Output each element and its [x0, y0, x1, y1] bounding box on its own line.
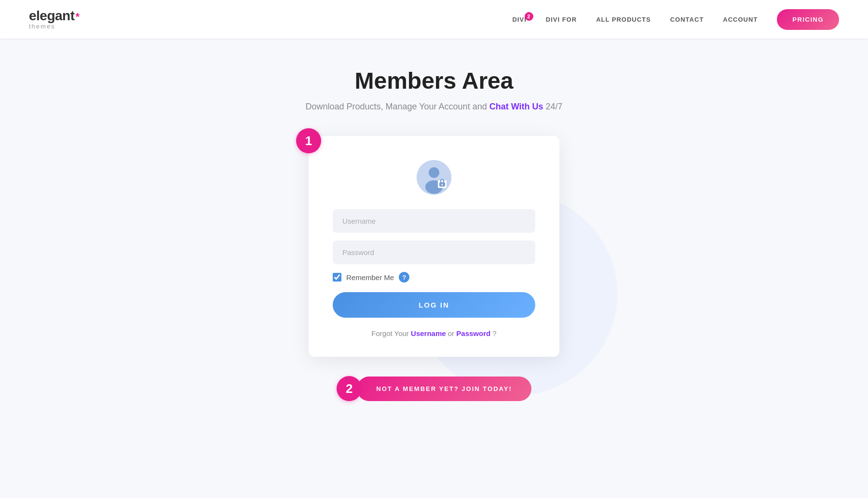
nav-divi-for[interactable]: DIVI FOR [546, 16, 577, 23]
nav-account[interactable]: ACCOUNT [723, 16, 758, 23]
forgot-username-link[interactable]: Username [411, 329, 446, 337]
page-title: Members Area [354, 67, 513, 94]
forgot-password-link[interactable]: Password [456, 329, 490, 337]
step-2-badge: 2 [337, 376, 362, 401]
remember-checkbox[interactable] [333, 273, 341, 282]
join-button[interactable]: NOT A MEMBER YET? JOIN TODAY! [357, 377, 531, 401]
svg-point-1 [429, 167, 439, 178]
chat-link[interactable]: Chat With Us [489, 102, 543, 111]
header: elegant* themes DIVI 2 DIVI FOR ALL PROD… [0, 0, 868, 39]
forgot-row: Forgot Your Username or Password ? [333, 329, 535, 337]
step-2-wrapper: 2 NOT A MEMBER YET? JOIN TODAY! [337, 376, 531, 401]
page-subtitle: Download Products, Manage Your Account a… [305, 102, 562, 112]
logo: elegant* themes [29, 9, 80, 30]
login-card: Remember Me ? LOG IN Forgot Your Usernam… [309, 136, 559, 357]
user-avatar [417, 160, 451, 195]
username-input[interactable] [333, 209, 535, 233]
nav-all-products[interactable]: ALL PRODUCTS [596, 16, 651, 23]
main-content: Members Area Download Products, Manage Y… [0, 39, 868, 401]
help-icon[interactable]: ? [399, 272, 409, 283]
main-nav: DIVI 2 DIVI FOR ALL PRODUCTS CONTACT ACC… [512, 9, 839, 30]
login-card-wrapper: 1 [309, 136, 559, 357]
avatar-container [333, 160, 535, 195]
password-input[interactable] [333, 241, 535, 264]
login-button[interactable]: LOG IN [333, 292, 535, 318]
logo-name: elegant* [29, 9, 80, 23]
nav-contact[interactable]: CONTACT [670, 16, 704, 23]
pricing-button[interactable]: PRICING [777, 9, 839, 30]
remember-row: Remember Me ? [333, 272, 535, 283]
divi-badge: 2 [525, 12, 533, 21]
svg-point-5 [442, 184, 443, 186]
logo-sub: themes [29, 23, 55, 30]
remember-label: Remember Me [346, 273, 394, 282]
avatar-svg [417, 160, 451, 195]
step-1-badge: 1 [296, 128, 321, 153]
logo-star: * [76, 12, 80, 22]
nav-divi[interactable]: DIVI 2 [512, 16, 526, 23]
